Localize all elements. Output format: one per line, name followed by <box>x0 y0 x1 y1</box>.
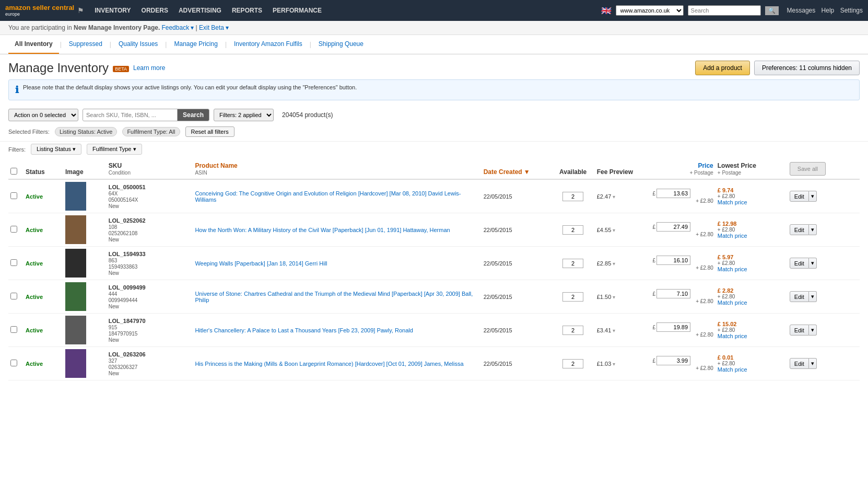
asin-4: 1847970915 <box>109 331 138 337</box>
price-input-3[interactable] <box>656 289 690 298</box>
beta-bar: You are participating in New Manage Inve… <box>0 21 868 35</box>
select-all-checkbox[interactable] <box>10 168 17 175</box>
fee-dropdown-5[interactable]: ▾ <box>613 361 615 367</box>
nav-reports[interactable]: REPORTS <box>232 5 262 16</box>
fee-dropdown-4[interactable]: ▾ <box>613 328 615 333</box>
fulfilment-type-filter-button[interactable]: Fulfilment Type ▾ <box>87 144 142 155</box>
edit-button-3[interactable]: Edit <box>790 291 809 302</box>
nav-manage-pricing[interactable]: Manage Pricing <box>168 35 224 54</box>
row-avail-cell <box>552 247 595 280</box>
marketplace-select[interactable]: www.amazon.co.uk <box>616 5 684 16</box>
filter-select[interactable]: Filters: 2 applied <box>214 109 274 121</box>
global-search-button[interactable]: 🔍 <box>765 6 779 15</box>
search-input[interactable] <box>83 110 177 120</box>
match-price-2[interactable]: Match price <box>718 266 747 272</box>
fee-dropdown-3[interactable]: ▾ <box>613 294 615 300</box>
exit-beta-link[interactable]: Exit Beta ▾ <box>199 24 229 31</box>
product-link-1[interactable]: How the North Won: A Military History of… <box>195 227 450 233</box>
learn-more-link[interactable]: Learn more <box>133 64 165 72</box>
edit-button-0[interactable]: Edit <box>790 191 809 202</box>
edit-button-4[interactable]: Edit <box>790 325 809 336</box>
row-price-cell: £ + £2.80 <box>651 213 715 247</box>
feedback-link[interactable]: Feedback ▾ <box>161 24 194 31</box>
condition-3: New <box>109 304 119 309</box>
fee-dropdown-2[interactable]: ▾ <box>613 261 615 267</box>
edit-arrow-2[interactable]: ▾ <box>809 258 817 269</box>
nav-inventory-amazon-fulfils[interactable]: Inventory Amazon Fulfils <box>228 35 309 54</box>
reset-filters-button[interactable]: Reset all filters <box>185 126 234 137</box>
save-all-button[interactable]: Save all <box>790 162 826 176</box>
nav-all-inventory[interactable]: All Inventory <box>8 35 59 54</box>
match-price-4[interactable]: Match price <box>718 333 747 339</box>
lowest-price-3: £ 2.82 <box>718 287 785 294</box>
nav-orders[interactable]: ORDERS <box>142 5 168 16</box>
fee-5: £1.03 <box>597 361 612 367</box>
edit-button-5[interactable]: Edit <box>790 358 809 369</box>
table-row: Active LOL_0500051 64X 050005164X New Co… <box>8 179 860 213</box>
date-5: 22/05/2015 <box>484 361 512 367</box>
row-checkbox-2[interactable] <box>10 259 17 266</box>
nav-shipping-queue[interactable]: Shipping Queue <box>312 35 370 54</box>
preferences-button[interactable]: Preferences: 11 columns hidden <box>754 61 860 75</box>
price-input-0[interactable] <box>656 189 690 198</box>
fee-dropdown-0[interactable]: ▾ <box>613 194 615 200</box>
avail-input-4[interactable] <box>562 326 583 335</box>
edit-button-1[interactable]: Edit <box>790 224 809 235</box>
match-price-5[interactable]: Match price <box>718 366 747 373</box>
row-checkbox-cell <box>8 314 24 347</box>
edit-arrow-3[interactable]: ▾ <box>809 291 817 302</box>
row-checkbox-1[interactable] <box>10 226 17 233</box>
product-link-0[interactable]: Conceiving God: The Cognitive Origin and… <box>195 190 461 203</box>
page-title-area: Manage Inventory BETA Learn more <box>8 61 165 75</box>
row-product-cell: How the North Won: A Military History of… <box>193 213 481 247</box>
nav-suppressed[interactable]: Suppressed <box>63 35 109 54</box>
nav-advertising[interactable]: ADVERTISING <box>179 5 221 16</box>
price-input-2[interactable] <box>656 256 690 265</box>
product-link-3[interactable]: Universe of Stone: Chartres Cathedral an… <box>195 291 473 303</box>
row-checkbox-4[interactable] <box>10 326 17 333</box>
product-link-4[interactable]: Hitler's Chancellery: A Palace to Last a… <box>195 327 413 333</box>
avail-input-0[interactable] <box>562 192 583 201</box>
add-product-button[interactable]: Add a product <box>695 61 750 75</box>
nav-inventory[interactable]: INVENTORY <box>95 5 131 16</box>
settings-link[interactable]: Settings <box>840 7 863 14</box>
row-status-cell: Active <box>24 280 63 314</box>
match-price-0[interactable]: Match price <box>718 199 747 205</box>
row-checkbox-3[interactable] <box>10 293 17 299</box>
row-action-cell: Edit ▾ <box>788 280 860 314</box>
match-price-3[interactable]: Match price <box>718 299 747 306</box>
row-checkbox-0[interactable] <box>10 192 17 199</box>
edit-arrow-0[interactable]: ▾ <box>809 191 817 202</box>
row-date-cell: 22/05/2015 <box>482 280 552 314</box>
row-checkbox-5[interactable] <box>10 360 17 366</box>
help-link[interactable]: Help <box>822 7 835 14</box>
global-search-input[interactable] <box>688 5 761 16</box>
fee-dropdown-1[interactable]: ▾ <box>613 227 615 233</box>
edit-arrow-5[interactable]: ▾ <box>809 358 817 369</box>
th-select-all[interactable] <box>8 159 24 179</box>
product-link-2[interactable]: Weeping Walls [Paperback] [Jan 18, 2014]… <box>195 260 327 267</box>
search-button[interactable]: Search <box>177 109 209 121</box>
price-input-4[interactable] <box>656 322 690 332</box>
listing-status-filter-button[interactable]: Listing Status ▾ <box>31 144 81 155</box>
nav-quality-issues[interactable]: Quality Issues <box>112 35 164 54</box>
messages-link[interactable]: Messages <box>787 7 816 14</box>
edit-arrow-1[interactable]: ▾ <box>809 224 817 235</box>
avail-input-5[interactable] <box>562 359 583 368</box>
th-date-created[interactable]: Date Created ▼ <box>482 159 552 179</box>
price-input-5[interactable] <box>656 356 690 365</box>
beta-bar-bold: New Manage Inventory Page. <box>74 24 160 31</box>
price-postage-2: + £2.80 <box>653 265 713 271</box>
edit-arrow-4[interactable]: ▾ <box>809 325 817 336</box>
match-price-1[interactable]: Match price <box>718 233 747 239</box>
row-date-cell: 22/05/2015 <box>482 247 552 280</box>
nav-performance[interactable]: PERFORMANCE <box>273 5 322 16</box>
action-select[interactable]: Action on 0 selected <box>8 109 78 121</box>
product-link-5[interactable]: His Princess is the Making (Mills & Boon… <box>195 361 463 367</box>
avail-input-1[interactable] <box>562 225 583 235</box>
avail-input-2[interactable] <box>562 259 583 268</box>
avail-input-3[interactable] <box>562 292 583 302</box>
edit-button-2[interactable]: Edit <box>790 258 809 269</box>
price-input-1[interactable] <box>656 222 690 232</box>
th-save-all[interactable]: Save all <box>788 159 860 179</box>
